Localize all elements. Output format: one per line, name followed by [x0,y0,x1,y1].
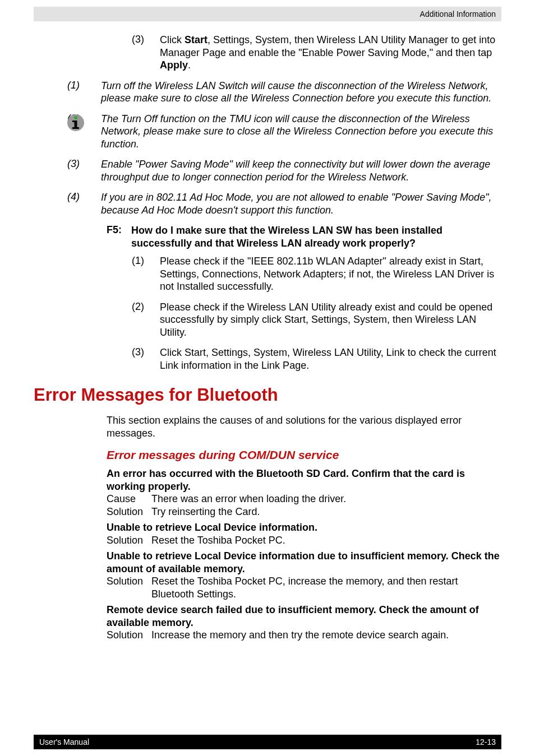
answer-text: Please check if the "IEEE 802.11b WLAN A… [160,255,501,293]
error-value: Reset the Toshiba Pocket PC. [151,534,285,547]
text-bold: Start [185,34,207,45]
answer-text: Click Start, Settings, System, Wireless … [160,346,501,372]
error-row: Solution Reset the Toshiba Pocket PC, in… [107,575,501,600]
answer-text: Please check if the Wireless LAN Utility… [160,301,501,339]
footer-right: 12-13 [476,738,496,746]
error-key: Cause [107,493,151,505]
page-footer: User's Manual 12-13 [34,735,501,749]
text-fragment: Click [160,34,185,45]
error-row: Solution Increase the memory and then tr… [107,629,449,642]
text-bold: Apply [160,59,188,71]
error-title: Unable to retrieve Local Device informat… [107,550,501,575]
subsection-heading: Error messages during COM/DUN service [107,448,501,462]
note-number: (3) [67,158,101,183]
faq-answer-item: (1) Please check if the "IEEE 802.11b WL… [132,255,501,293]
section-intro: This section explains the causes of and … [107,414,501,439]
answer-number: (2) [132,301,160,339]
error-title: Unable to retrieve Local Device informat… [107,521,501,534]
answer-number: (3) [132,346,160,372]
note-item: (1) Turn off the Wireless LAN Switch wil… [67,80,501,105]
note-text: If you are in 802.11 Ad Hoc Mode, you ar… [101,191,501,216]
header-title: Additional Information [420,10,496,18]
svg-point-1 [74,116,77,119]
faq-answer-item: (3) Click Start, Settings, System, Wirel… [132,346,501,372]
section-heading: Error Messages for Bluetooth [34,385,501,405]
step-item: (3) Click Start, Settings, System, then … [132,34,501,72]
text-fragment: . [188,59,191,71]
faq-label: F5: [107,224,131,249]
note-number: (4) [67,191,101,216]
step-number: (3) [132,34,160,72]
step-text: Click Start, Settings, System, then Wire… [160,34,501,72]
svg-rect-4 [72,127,79,129]
error-value: Reset the Toshiba Pocket PC, increase th… [151,575,501,600]
note-item: (3) Enable "Power Saving Mode" will keep… [67,158,501,183]
page-header: Additional Information [34,7,501,21]
answer-number: (1) [132,255,160,293]
faq-answer-item: (2) Please check if the Wireless LAN Uti… [132,301,501,339]
error-key: Solution [107,534,151,547]
error-key: Solution [107,575,151,600]
faq-text: How do I make sure that the Wireless LAN… [131,224,501,249]
error-value: Increase the memory and then try the rem… [151,629,449,642]
error-title: An error has occurred with the Bluetooth… [107,467,501,493]
note-item: (2) The Turn Off function on the TMU ico… [67,113,501,151]
note-text: Enable "Power Saving Mode" will keep the… [101,158,501,183]
error-key: Solution [107,629,151,642]
error-value: Try reinserting the Card. [151,505,260,518]
note-text: Turn off the Wireless LAN Switch will ca… [101,80,501,105]
note-item: (4) If you are in 802.11 Ad Hoc Mode, yo… [67,191,501,216]
note-number: (1) [67,80,101,105]
footer-left: User's Manual [39,738,89,746]
error-row: Solution Reset the Toshiba Pocket PC. [107,534,285,547]
faq-question: F5: How do I make sure that the Wireless… [107,224,501,249]
note-text: The Turn Off function on the TMU icon wi… [101,113,501,151]
info-icon [66,113,85,132]
error-row: Solution Try reinserting the Card. [107,505,260,518]
error-row: Cause There was an error when loading th… [107,493,346,505]
error-title: Remote device search failed due to insuf… [107,604,501,629]
svg-rect-3 [72,120,77,122]
error-key: Solution [107,505,151,518]
page-content: (3) Click Start, Settings, System, then … [34,34,501,642]
error-value: There was an error when loading the driv… [151,493,346,505]
text-fragment: , Settings, System, then Wireless LAN Ut… [160,34,495,58]
